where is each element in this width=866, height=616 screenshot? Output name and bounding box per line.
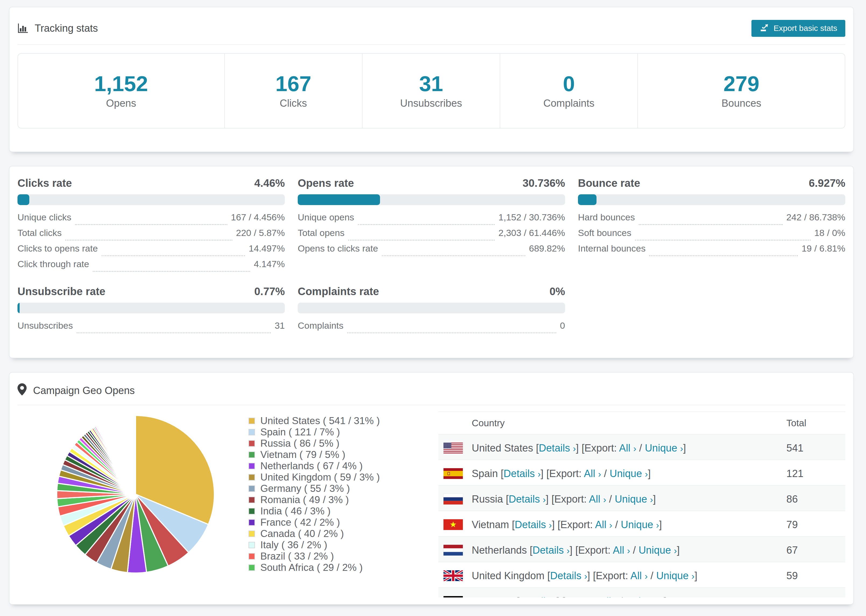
legend-color-chip (249, 519, 255, 526)
export-unique-link[interactable]: Unique › (625, 596, 664, 597)
rate-row-label: Unsubscribes (17, 321, 73, 331)
flag-gb (444, 570, 472, 581)
rate-row-label: Clicks to opens rate (17, 243, 98, 254)
rate-row: Hard bounces242 / 86.738% (578, 212, 845, 228)
legend-item-france: France ( 42 / 2% ) (249, 517, 380, 528)
dotted-leader (93, 271, 250, 272)
flag-column-header (438, 412, 472, 434)
rate-progress-fill (17, 194, 29, 205)
export-basic-stats-button[interactable]: Export basic stats (751, 20, 845, 37)
dotted-leader (77, 332, 271, 333)
flag-cell (438, 562, 472, 588)
legend-label: Canada ( 40 / 2% ) (260, 528, 344, 539)
rate-section-head: Unsubscribe rate0.77% (17, 285, 285, 298)
rate-row: Unique opens1,152 / 30.736% (298, 212, 565, 228)
rate-section-bounce-rate: Bounce rate6.927%Hard bounces242 / 86.73… (578, 177, 845, 274)
legend-item-vietnam: Vietnam ( 79 / 5% ) (249, 449, 380, 460)
flag-cell (438, 511, 472, 536)
rate-section-percent: 30.736% (523, 177, 565, 189)
geo-card-header: Campaign Geo Opens (17, 372, 845, 405)
details-link[interactable]: Details › (504, 468, 540, 479)
country-name: Russia [ (472, 493, 509, 505)
geo-table-scroll-area[interactable]: Country Total United States [Details ›] … (438, 412, 845, 597)
stat-tile-complaints: 0Complaints (500, 54, 638, 128)
legend-color-chip (249, 429, 255, 435)
rate-section-title: Clicks rate (17, 177, 72, 189)
legend-color-chip (249, 497, 255, 503)
rates-grid: Clicks rate4.46%Unique clicks167 / 4.456… (17, 177, 845, 336)
country-name: Vietnam [ (472, 519, 515, 530)
flag-cell (438, 536, 472, 562)
geo-pie-chart (55, 413, 216, 575)
dotted-leader (382, 255, 525, 256)
dotted-leader (75, 224, 227, 225)
geo-table-body: United States [Details ›] [Export: All ›… (438, 434, 845, 597)
export-unique-link[interactable]: Unique › (645, 442, 683, 454)
rate-rows: Unsubscribes31 (17, 321, 285, 336)
geo-table-row-united-kingdom: United Kingdom [Details ›] [Export: All … (438, 562, 845, 588)
total-cell: 541 (786, 434, 845, 460)
export-all-link[interactable]: All › (613, 545, 630, 556)
flag-de (444, 596, 472, 598)
legend-label: United Kingdom ( 59 / 3% ) (260, 472, 380, 483)
legend-color-chip (249, 418, 255, 424)
rate-section-head: Opens rate30.736% (298, 177, 565, 190)
rate-row-value: 31 (275, 321, 285, 331)
flag-ru (444, 494, 472, 504)
rate-section-percent: 6.927% (809, 177, 845, 189)
geo-table-pane: Country Total United States [Details ›] … (438, 405, 845, 597)
rate-section-unsubscribe-rate: Unsubscribe rate0.77%Unsubscribes31 (17, 285, 285, 336)
rate-row-label: Total opens (298, 228, 345, 238)
export-unique-link[interactable]: Unique › (638, 545, 677, 556)
dotted-leader (102, 255, 245, 256)
export-unique-link[interactable]: Unique › (610, 468, 648, 479)
rate-row-label: Unique clicks (17, 212, 71, 223)
stat-summary-box: 1,152Opens167Clicks31Unsubscribes0Compla… (17, 53, 845, 129)
export-button-label: Export basic stats (773, 24, 837, 33)
flag-vn (444, 519, 472, 530)
rate-row-label: Opens to clicks rate (298, 243, 378, 254)
legend-color-chip (249, 486, 255, 492)
dotted-leader (348, 240, 494, 240)
geo-table-row-united-states: United States [Details ›] [Export: All ›… (438, 434, 845, 460)
details-link[interactable]: Details › (515, 519, 552, 530)
legend-label: Netherlands ( 67 / 4% ) (260, 460, 362, 472)
export-all-link[interactable]: All › (584, 468, 601, 479)
legend-label: Romania ( 49 / 3% ) (260, 494, 349, 506)
rate-section-opens-rate: Opens rate30.736%Unique opens1,152 / 30.… (298, 177, 565, 274)
stat-value: 31 (419, 72, 443, 96)
export-unique-link[interactable]: Unique › (621, 519, 659, 530)
details-link[interactable]: Details › (509, 493, 546, 505)
stat-label: Clicks (280, 97, 307, 109)
rate-section-head: Complaints rate0% (298, 285, 565, 298)
details-link[interactable]: Details › (519, 596, 556, 597)
rate-section-head: Bounce rate6.927% (578, 177, 845, 190)
export-unique-link[interactable]: Unique › (615, 493, 653, 505)
rate-progress-fill (578, 194, 597, 205)
flag-nl (444, 545, 472, 556)
details-link[interactable]: Details › (550, 570, 587, 581)
stat-value: 1,152 (94, 72, 148, 96)
stat-value: 0 (563, 72, 575, 96)
country-cell: Vietnam [Details ›] [Export: All › / Uni… (472, 511, 786, 536)
export-all-link[interactable]: All › (630, 570, 648, 581)
rate-rows: Unique clicks167 / 4.456%Total clicks220… (17, 212, 285, 274)
export-all-link[interactable]: All › (600, 596, 617, 597)
export-all-link[interactable]: All › (589, 493, 606, 505)
total-cell: 121 (786, 460, 845, 486)
stat-label: Bounces (721, 97, 761, 109)
rate-progress-track (17, 194, 285, 205)
details-link[interactable]: Details › (539, 442, 576, 454)
export-unique-link[interactable]: Unique › (656, 570, 694, 581)
legend-item-south-africa: South Africa ( 29 / 2% ) (249, 562, 380, 573)
total-column-header: Total (786, 412, 845, 434)
rate-section-percent: 0% (550, 285, 565, 297)
legend-label: India ( 46 / 3% ) (260, 506, 331, 517)
export-all-link[interactable]: All › (619, 442, 636, 454)
rate-row-value: 19 / 6.81% (801, 243, 845, 254)
export-all-link[interactable]: All › (595, 519, 612, 530)
legend-label: Spain ( 121 / 7% ) (260, 426, 340, 438)
details-link[interactable]: Details › (532, 545, 570, 556)
legend-color-chip (249, 508, 255, 514)
geo-chart-pane: United States ( 541 / 31% )Spain ( 121 /… (17, 405, 438, 597)
